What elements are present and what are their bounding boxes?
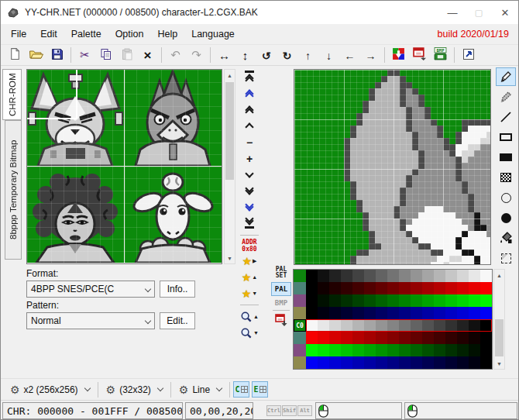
palette-swatch-2-15[interactable] — [480, 294, 492, 307]
palette-swatch-4-12[interactable] — [445, 319, 457, 332]
palette-swatch-7-1[interactable] — [318, 356, 329, 369]
palette-swatch-5-13[interactable] — [457, 332, 469, 344]
palette-swatch-7-4[interactable] — [352, 356, 364, 369]
palette-swatch-6-6[interactable] — [376, 344, 387, 356]
palette-swatch-0-13[interactable] — [457, 270, 469, 282]
menu-palette[interactable]: Palette — [64, 24, 108, 44]
circle-fill-tool-button[interactable] — [496, 208, 516, 227]
palette-swatch-1-5[interactable] — [364, 282, 376, 294]
page-up-fast-button[interactable] — [239, 85, 260, 102]
palette-swatch-7-3[interactable] — [341, 356, 352, 369]
palette-swatch-4-5[interactable] — [364, 319, 376, 332]
palette-swatch-0-8[interactable] — [399, 270, 411, 282]
palette-swatch-1-15[interactable] — [480, 282, 492, 294]
palette-swatch-6-3[interactable] — [341, 344, 352, 356]
bookmark-go-button[interactable]: ★▶ — [239, 253, 260, 269]
row-up-button[interactable] — [239, 118, 260, 134]
dither-pen-tool-button[interactable] — [496, 88, 516, 106]
tile-art-sheep[interactable] — [125, 167, 222, 263]
palette-swatch-3-12[interactable] — [445, 307, 457, 319]
palette-swatch-1-13[interactable] — [457, 282, 469, 294]
dither-rect-tool-button[interactable] — [496, 168, 516, 187]
palette-swatch-3-8[interactable] — [399, 307, 411, 319]
palette-swatch-3-13[interactable] — [457, 307, 469, 319]
palette-swatch-6-7[interactable] — [387, 344, 399, 356]
scroll-up-arrow[interactable]: ▲ — [494, 270, 504, 281]
copy-button[interactable] — [95, 46, 116, 64]
palette-swatch-7-10[interactable] — [422, 356, 434, 369]
scroll-thumb[interactable] — [495, 319, 504, 356]
palette-swatch-2-7[interactable] — [387, 294, 399, 307]
palette-swatch-3-2[interactable] — [329, 307, 341, 319]
palette-swatch-3-3[interactable] — [341, 307, 352, 319]
palette-swatch-7-11[interactable] — [434, 356, 445, 369]
pixel-editor-panel[interactable] — [294, 69, 491, 265]
menu-file[interactable]: File — [4, 24, 33, 44]
palette-swatch-0-2[interactable] — [329, 270, 341, 282]
palette-swatch-1-12[interactable] — [445, 282, 457, 294]
palette-swatch-7-13[interactable] — [457, 356, 469, 369]
palette-swatch-0-4[interactable] — [352, 270, 364, 282]
palette-swatch-5-11[interactable] — [434, 332, 445, 344]
rect-outline-tool-button[interactable] — [496, 128, 516, 146]
palette-swatch-4-9[interactable] — [411, 319, 422, 332]
palette-swatch-6-2[interactable] — [329, 344, 341, 356]
save-file-button[interactable] — [46, 46, 67, 64]
palette-swatch-0-7[interactable] — [387, 270, 399, 282]
popout-window-button[interactable] — [458, 46, 479, 64]
palette-swatch-6-1[interactable] — [318, 344, 329, 356]
palette-swatch-4-7[interactable] — [387, 319, 399, 332]
circle-outline-tool-button[interactable] — [496, 188, 516, 207]
zoom-in-button[interactable]: ▲ — [239, 308, 260, 325]
palette-swatch-6-11[interactable] — [434, 344, 445, 356]
palette-swatch-7-7[interactable] — [387, 356, 399, 369]
palette-swatch-0-3[interactable] — [341, 270, 352, 282]
minus-button[interactable]: − — [239, 134, 260, 150]
palette-swatch-6-12[interactable] — [445, 344, 457, 356]
zoom-out-button[interactable]: ▼ — [239, 325, 260, 341]
palette-swatch-1-8[interactable] — [399, 282, 411, 294]
scroll-up-arrow[interactable]: ▲ — [225, 70, 235, 81]
palette-swatch-1-0[interactable] — [306, 282, 318, 294]
palette-swatch-6-13[interactable] — [457, 344, 469, 356]
palette-swatch-7-14[interactable] — [469, 356, 480, 369]
palette-swatch-5-4[interactable] — [352, 332, 364, 344]
bookmark-prev-button[interactable]: ★▲ — [239, 269, 260, 285]
palette-row-indicator[interactable] — [294, 356, 306, 369]
palette-swatch-4-6[interactable] — [376, 319, 387, 332]
palette-swatch-0-1[interactable] — [318, 270, 329, 282]
palette-file-icon[interactable] — [275, 314, 288, 327]
palette-swatch-1-10[interactable] — [422, 282, 434, 294]
palette-swatch-5-0[interactable] — [306, 332, 318, 344]
palette-swatch-2-3[interactable] — [341, 294, 352, 307]
palette-swatch-4-4[interactable] — [352, 319, 364, 332]
palette-swatch-5-7[interactable] — [387, 332, 399, 344]
palette-swatch-1-7[interactable] — [387, 282, 399, 294]
palette-swatch-2-8[interactable] — [399, 294, 411, 307]
jump-top-button[interactable] — [239, 69, 260, 85]
palette-swatch-1-9[interactable] — [411, 282, 422, 294]
format-info-button[interactable]: Info.. — [160, 281, 195, 298]
palette-swatch-7-15[interactable] — [480, 356, 492, 369]
palette-swatch-5-1[interactable] — [318, 332, 329, 344]
palette-swatch-1-1[interactable] — [318, 282, 329, 294]
palette-swatch-2-5[interactable] — [364, 294, 376, 307]
screen-capture-button[interactable] — [409, 46, 430, 64]
palette-swatch-1-14[interactable] — [469, 282, 480, 294]
palette-swatch-6-5[interactable] — [364, 344, 376, 356]
palette-swatch-2-11[interactable] — [434, 294, 445, 307]
palette-swatch-7-2[interactable] — [329, 356, 341, 369]
palette-swatch-4-8[interactable] — [399, 319, 411, 332]
palette-swatch-1-2[interactable] — [329, 282, 341, 294]
palette-swatch-2-12[interactable] — [445, 294, 457, 307]
palette-swatch-2-14[interactable] — [469, 294, 480, 307]
bmp-export-button[interactable]: BMP — [430, 46, 451, 64]
palette-row-indicator[interactable] — [294, 282, 306, 294]
shift-down-button[interactable]: ↓ — [318, 46, 339, 64]
close-button[interactable]: ✕ — [492, 1, 518, 24]
flip-horizontal-button[interactable]: ↔ — [214, 46, 235, 64]
palette-swatch-3-10[interactable] — [422, 307, 434, 319]
zoom-size-dropdown[interactable]: ⚙ x2 (256x256) — [5, 380, 95, 399]
page-down-8-button[interactable] — [239, 183, 260, 199]
pal-mode-button[interactable]: PAL — [271, 282, 291, 296]
